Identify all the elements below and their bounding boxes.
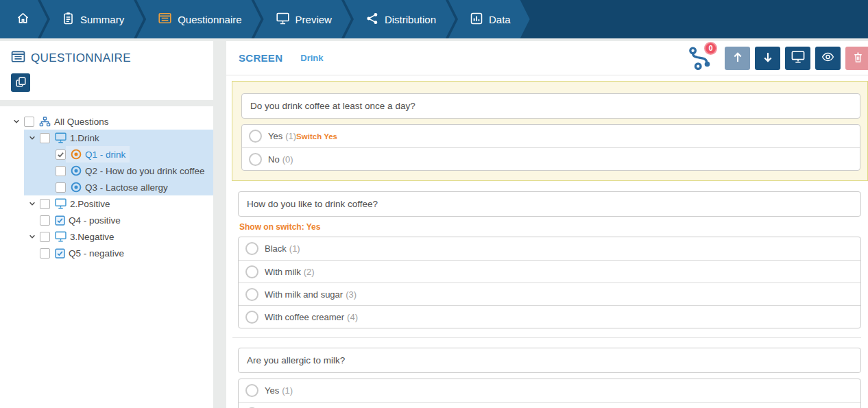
- sidebar-title: QUESTIONNAIRE: [11, 51, 202, 66]
- option-code: (3): [346, 289, 357, 300]
- tree-item-q2[interactable]: Q2 - How do you drink coffee: [24, 163, 213, 179]
- card-divider: [232, 337, 861, 338]
- radio-orange-icon: [71, 149, 82, 160]
- nav-tab-summary[interactable]: Summary: [40, 0, 143, 38]
- tree-selected-item[interactable]: Q1 - drink: [66, 146, 130, 163]
- tree-item-negative-screen[interactable]: 3.Negative: [0, 228, 213, 245]
- copy-icon: [16, 77, 26, 89]
- question-text-input[interactable]: How do you like to drink coffee?: [238, 191, 861, 217]
- tree-item-label[interactable]: 1.Drink: [70, 133, 104, 143]
- chevron-down-icon[interactable]: [24, 200, 40, 207]
- nav-tab-questionnaire[interactable]: Questionnaire: [136, 0, 261, 38]
- tree-selected-group: 1.Drink Q1 - drink: [24, 130, 213, 195]
- option-code: (1): [285, 131, 296, 141]
- answer-option-row[interactable]: Black (1): [239, 237, 860, 260]
- answer-option-row[interactable]: Yes (1): [239, 379, 860, 402]
- tree-checkbox[interactable]: [24, 117, 34, 127]
- questionnaire-sidebar: QUESTIONNAIRE: [0, 41, 213, 408]
- delete-screen-button[interactable]: [845, 47, 868, 70]
- answer-option-row[interactable]: With milk and sugar (3): [239, 283, 860, 305]
- nav-tab-data[interactable]: Data: [448, 0, 530, 38]
- chevron-down-icon[interactable]: [24, 233, 40, 240]
- tree-checkbox[interactable]: [40, 133, 50, 143]
- tree-checkbox[interactable]: [40, 215, 50, 226]
- question-text-input[interactable]: Are you allergic to milk?: [238, 348, 861, 373]
- home-icon: [16, 12, 29, 27]
- tree-item-label[interactable]: Q5 - negative: [69, 248, 128, 259]
- answer-option-row[interactable]: No (2): [239, 402, 860, 408]
- option-code: (2): [304, 267, 315, 277]
- radio-blue-icon: [71, 182, 82, 193]
- tree-item-drink-screen[interactable]: 1.Drink: [24, 130, 213, 146]
- option-label: With milk: [265, 267, 301, 277]
- arrow-up-icon: [732, 51, 743, 65]
- questionnaire-icon: [158, 12, 171, 26]
- sitemap-icon: [39, 117, 51, 127]
- radio-button[interactable]: [245, 311, 258, 324]
- radio-button[interactable]: [245, 384, 258, 397]
- nav-tab-label: Questionnaire: [178, 14, 241, 25]
- checkbox-blue-icon: [55, 248, 65, 259]
- tree-checkbox[interactable]: [56, 166, 66, 176]
- tree-checkbox[interactable]: [40, 248, 50, 259]
- radio-button[interactable]: [249, 153, 262, 166]
- copy-questionnaire-button[interactable]: [11, 73, 30, 92]
- tree-checkbox[interactable]: [40, 199, 50, 209]
- answer-option-row[interactable]: No (0): [242, 147, 860, 170]
- tree-item-label[interactable]: Q4 - positive: [69, 215, 125, 226]
- nav-tab-preview[interactable]: Preview: [254, 0, 351, 38]
- tree-item-q5[interactable]: Q5 - negative: [0, 245, 213, 261]
- option-label: Yes: [265, 385, 279, 396]
- tree-item-q4[interactable]: Q4 - positive: [0, 212, 213, 228]
- branch-status[interactable]: 0: [688, 45, 717, 72]
- trash-icon: [853, 51, 863, 65]
- answer-option-row[interactable]: Yes (1) Switch Yes: [242, 125, 860, 147]
- answer-option-row[interactable]: With milk (2): [239, 260, 860, 283]
- radio-button[interactable]: [245, 288, 258, 301]
- eye-icon: [821, 51, 834, 64]
- preview-screen-button[interactable]: [815, 47, 841, 70]
- tree-checkbox[interactable]: [40, 232, 50, 242]
- question-card-q1[interactable]: Do you drink coffee at least once a day?…: [232, 81, 868, 181]
- move-up-button[interactable]: [725, 47, 750, 70]
- radio-blue-icon: [71, 165, 82, 176]
- tree-checkbox[interactable]: [56, 182, 66, 193]
- tree-checkbox-checked[interactable]: [56, 149, 66, 160]
- radio-button[interactable]: [245, 242, 258, 255]
- question-card-q3[interactable]: Are you allergic to milk? Yes (1) No (2): [232, 348, 868, 408]
- tree-item-label[interactable]: Q3 - Lactose allergy: [85, 182, 172, 193]
- option-code: (0): [282, 154, 293, 165]
- tree-item-label[interactable]: Q1 - drink: [85, 149, 130, 160]
- screen-icon: [55, 231, 67, 242]
- radio-button[interactable]: [249, 130, 262, 143]
- option-code: (4): [347, 312, 358, 322]
- screen-header: SCREEN Drink 0: [226, 41, 868, 75]
- tree-item-label[interactable]: All Questions: [54, 117, 113, 127]
- answer-option-row[interactable]: With coffee creamer (4): [239, 305, 860, 328]
- tree-item-label[interactable]: 3.Negative: [70, 232, 119, 242]
- tree-item-all-questions[interactable]: All Questions: [0, 113, 213, 130]
- move-down-button[interactable]: [755, 47, 780, 70]
- tree-item-label[interactable]: Q2 - How do you drink coffee: [85, 166, 209, 176]
- nav-tab-home[interactable]: [0, 0, 47, 38]
- radio-button[interactable]: [245, 265, 258, 278]
- question-card-q2[interactable]: How do you like to drink coffee? Show on…: [232, 181, 868, 338]
- arrow-down-icon: [762, 51, 773, 65]
- tree-item-label[interactable]: 2.Positive: [70, 199, 114, 209]
- screen-toolbar: 0: [688, 45, 868, 72]
- screen-name[interactable]: Drink: [300, 53, 323, 63]
- answer-options: Yes (1) Switch Yes No (0): [241, 124, 860, 171]
- chevron-down-icon[interactable]: [8, 118, 24, 125]
- tree-item-q3[interactable]: Q3 - Lactose allergy: [24, 179, 213, 195]
- option-label: Yes: [268, 131, 282, 141]
- tree-item-positive-screen[interactable]: 2.Positive: [0, 195, 213, 212]
- tree-item-q1[interactable]: Q1 - drink: [24, 146, 213, 163]
- question-text-input[interactable]: Do you drink coffee at least once a day?: [241, 93, 860, 119]
- add-screen-button[interactable]: [785, 47, 810, 70]
- screen-label: SCREEN: [239, 52, 282, 64]
- chevron-down-icon[interactable]: [24, 134, 40, 141]
- nav-tab-label: Preview: [296, 14, 332, 25]
- option-label: With coffee creamer: [265, 312, 344, 322]
- nav-tab-distribution[interactable]: Distribution: [344, 0, 455, 38]
- answer-options: Black (1) With milk (2) With milk and su…: [238, 237, 861, 328]
